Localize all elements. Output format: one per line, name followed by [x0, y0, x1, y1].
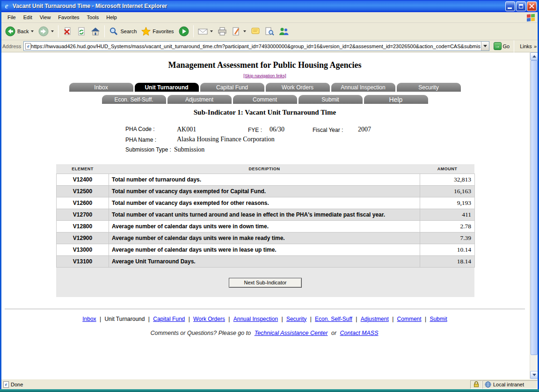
edit-button[interactable]	[229, 25, 248, 37]
skip-navigation-link[interactable]: [Skip navigation links]	[0, 73, 530, 78]
edit-dropdown-icon[interactable]	[243, 30, 246, 32]
element-cell: V13000	[57, 244, 109, 255]
favorites-star-icon	[141, 27, 151, 36]
tab-econ-self-suff[interactable]: Econ. Self-Suff.	[102, 95, 166, 104]
scroll-up-button[interactable]	[530, 52, 538, 60]
messenger-button[interactable]	[277, 25, 291, 37]
discuss-button[interactable]	[248, 25, 262, 37]
forward-button[interactable]	[36, 25, 56, 38]
separator: |	[356, 316, 357, 322]
go-button[interactable]: → Go	[491, 42, 512, 51]
mail-button[interactable]	[196, 26, 215, 37]
favorites-button[interactable]: Favorites	[139, 25, 176, 37]
indicator-table: ELEMENT DESCRIPTION AMOUNT V12400 Total …	[56, 164, 475, 268]
status-pane-zone: Local intranet	[482, 380, 538, 389]
separator: |	[392, 316, 393, 322]
tab-help[interactable]: Help	[364, 95, 428, 104]
table-row: V12600 Total number of vacancy days exem…	[57, 197, 475, 209]
footer-nav: Inbox | Unit Turnaround | Capital Fund |…	[0, 316, 530, 322]
amount-cell: 16,163	[420, 185, 475, 197]
separator: |	[148, 316, 150, 322]
tab-row-primary: Inbox Unit Turnaround Capital Fund Work …	[0, 83, 530, 92]
links-chevron-icon[interactable]: »	[534, 44, 537, 49]
table-row: V13100 Average Unit Turnaround Days. 18.…	[57, 255, 475, 267]
address-label: Address	[2, 44, 21, 49]
tab-comment[interactable]: Comment	[233, 95, 297, 104]
lock-icon	[473, 381, 479, 387]
table-header-row: ELEMENT DESCRIPTION AMOUNT	[57, 164, 475, 174]
tab-work-orders[interactable]: Work Orders	[266, 83, 330, 92]
arrow-down-icon	[532, 374, 536, 376]
pha-name-label: PHA Name :	[125, 137, 156, 143]
amount-cell: 32,813	[420, 174, 475, 185]
menu-tools[interactable]: Tools	[83, 13, 103, 22]
technical-assistance-link[interactable]: Technical Assistance Center	[255, 330, 328, 336]
menu-view[interactable]: View	[36, 13, 55, 22]
tab-inbox[interactable]: Inbox	[69, 83, 133, 92]
media-button[interactable]	[176, 25, 191, 38]
menu-edit[interactable]: Edit	[20, 13, 36, 22]
print-button[interactable]	[215, 25, 229, 37]
footer-link-submit[interactable]: Submit	[430, 316, 447, 322]
next-sub-indicator-button[interactable]: Next Sub-Indicator	[229, 278, 302, 288]
pha-code-value: AK001	[177, 126, 196, 133]
contact-mass-link[interactable]: Contact MASS	[340, 330, 379, 336]
favorites-label: Favorites	[153, 29, 174, 34]
tab-security[interactable]: Security	[397, 83, 461, 92]
links-bar[interactable]: Links »	[520, 44, 537, 49]
footer-link-inbox[interactable]: Inbox	[82, 316, 96, 322]
forward-dropdown-icon[interactable]	[51, 30, 54, 32]
address-input[interactable]	[31, 42, 481, 50]
address-bar: Address e → Go Links »	[0, 40, 539, 52]
research-icon	[265, 27, 274, 36]
footer-link-annual-inspection[interactable]: Annual Inspection	[233, 316, 278, 322]
arrow-up-icon	[532, 55, 536, 58]
close-button[interactable]	[527, 1, 537, 11]
footer-link-capital-fund[interactable]: Capital Fund	[153, 316, 185, 322]
button-row: Next Sub-Indicator	[56, 278, 474, 288]
title-bar[interactable]: e Vacant Unit Turnaround Time - Microsof…	[0, 0, 539, 12]
footer-link-security[interactable]: Security	[286, 316, 306, 322]
element-cell: V12400	[57, 174, 109, 185]
element-cell: V12500	[57, 185, 109, 197]
address-dropdown-button[interactable]	[481, 42, 489, 51]
table-row: V12800 Average number of calendar days u…	[57, 220, 475, 232]
page-icon: e	[25, 43, 31, 50]
pha-info-block: PHA Code : AK001 FYE : 06/30 Fiscal Year…	[125, 126, 530, 157]
back-icon	[5, 26, 15, 36]
vertical-scrollbar[interactable]	[530, 52, 538, 379]
home-button[interactable]	[88, 25, 102, 37]
back-button[interactable]: Back	[3, 25, 36, 38]
footer-link-comment[interactable]: Comment	[397, 316, 422, 322]
menu-favorites[interactable]: Favorites	[54, 13, 83, 22]
stop-button[interactable]	[60, 25, 74, 37]
description-cell: Total number of vacancy days exempted fo…	[109, 185, 420, 197]
minimize-button[interactable]	[505, 1, 515, 11]
maximize-button[interactable]	[516, 1, 526, 11]
globe-icon	[485, 381, 491, 388]
scrollbar-thumb[interactable]	[531, 60, 538, 355]
footer-link-adjustment[interactable]: Adjustment	[361, 316, 389, 322]
media-icon	[179, 26, 189, 36]
tab-unit-turnaround[interactable]: Unit Turnaround	[135, 83, 199, 92]
refresh-button[interactable]	[74, 25, 88, 37]
tab-submit[interactable]: Submit	[299, 95, 363, 104]
scroll-down-button[interactable]	[530, 371, 538, 379]
mail-dropdown-icon[interactable]	[210, 30, 213, 32]
research-button[interactable]	[262, 25, 277, 37]
status-bar: e Done Local intranet	[0, 379, 539, 389]
address-input-box[interactable]: e	[23, 41, 489, 51]
tab-capital-fund[interactable]: Capital Fund	[200, 83, 264, 92]
amount-cell: 10.14	[420, 244, 475, 255]
amount-cell: 7.39	[420, 232, 475, 244]
browser-viewport: Management Assessment for Public Housing…	[0, 52, 539, 379]
menu-file[interactable]: File	[4, 13, 20, 22]
footer-link-work-orders[interactable]: Work Orders	[193, 316, 225, 322]
footer-link-econ-self-suff[interactable]: Econ. Self-Suff	[315, 316, 352, 322]
tab-adjustment[interactable]: Adjustment	[168, 95, 232, 104]
menu-help[interactable]: Help	[102, 13, 121, 22]
separator: |	[310, 316, 312, 322]
tab-annual-inspection[interactable]: Annual Inspection	[331, 83, 395, 92]
search-button[interactable]: Search	[107, 25, 139, 37]
back-dropdown-icon[interactable]	[31, 30, 34, 32]
